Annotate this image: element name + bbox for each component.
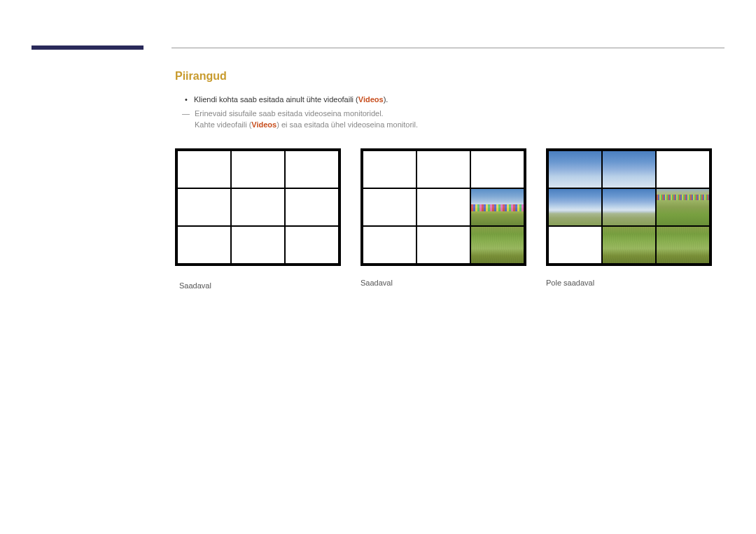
grid-cell [285, 188, 339, 226]
grid-caption-2: Saadaval [360, 279, 526, 287]
grid-cell [363, 226, 416, 264]
grid-cell [416, 188, 470, 226]
grid-cell-image-upper [470, 188, 524, 226]
videowall-grid-2 [360, 148, 526, 266]
grid-cell-image [656, 226, 710, 264]
sub2-pre: Kahte videofaili ( [195, 120, 251, 129]
header-divider [172, 48, 724, 48]
grid-block-3: Pole saadaval [546, 148, 712, 290]
grid-cell [177, 150, 231, 188]
conflict-highlight-icon [602, 188, 656, 226]
grid-cell-image [548, 188, 602, 226]
grids-row: Saadaval Saadaval [175, 148, 724, 290]
grid-caption-3: Pole saadaval [546, 279, 712, 287]
section-title: Piirangud [175, 70, 724, 83]
videowall-grid-3 [546, 148, 712, 266]
grid-cell [177, 226, 231, 264]
grid-cell [285, 150, 339, 188]
bullet-highlight: Videos [358, 95, 384, 104]
grid-cell-image [656, 188, 710, 226]
grid-block-2: Saadaval [360, 148, 526, 290]
grid-cell [231, 188, 285, 226]
grid-block-1: Saadaval [175, 148, 341, 290]
grid-cell-image [602, 150, 656, 188]
sub-note-1: Erinevaid sisufaile saab esitada videose… [195, 109, 724, 118]
grid-cell-image-lower [470, 226, 524, 264]
main-content: Piirangud Kliendi kohta saab esitada ain… [175, 70, 724, 290]
grid-cell [231, 150, 285, 188]
grid-cell [470, 150, 524, 188]
videowall-grid-1 [175, 148, 341, 266]
grid-cell [285, 226, 339, 264]
grid-cell-image [602, 226, 656, 264]
header-accent-bar [31, 45, 144, 50]
grid-cell-image [548, 150, 602, 188]
grid-cell [363, 150, 416, 188]
grid-cell [363, 188, 416, 226]
grid-caption-1: Saadaval [179, 281, 341, 290]
grid-cell [656, 150, 710, 188]
grid-cell [548, 226, 602, 264]
grid-cell [416, 150, 470, 188]
grid-cell [416, 226, 470, 264]
bullet-text-pre: Kliendi kohta saab esitada ainult ühte v… [194, 95, 358, 104]
sub2-highlight: Videos [251, 120, 276, 129]
sub-note-2: Kahte videofaili (Videos) ei saa esitada… [195, 120, 724, 129]
bullet-item-1: Kliendi kohta saab esitada ainult ühte v… [185, 95, 724, 104]
bullet-text-post: ). [384, 95, 388, 104]
grid-cell [231, 226, 285, 264]
grid-cell [177, 188, 231, 226]
grid-cell-image [602, 188, 656, 226]
sub2-post: ) ei saa esitada ühel videoseina monitor… [276, 120, 418, 129]
